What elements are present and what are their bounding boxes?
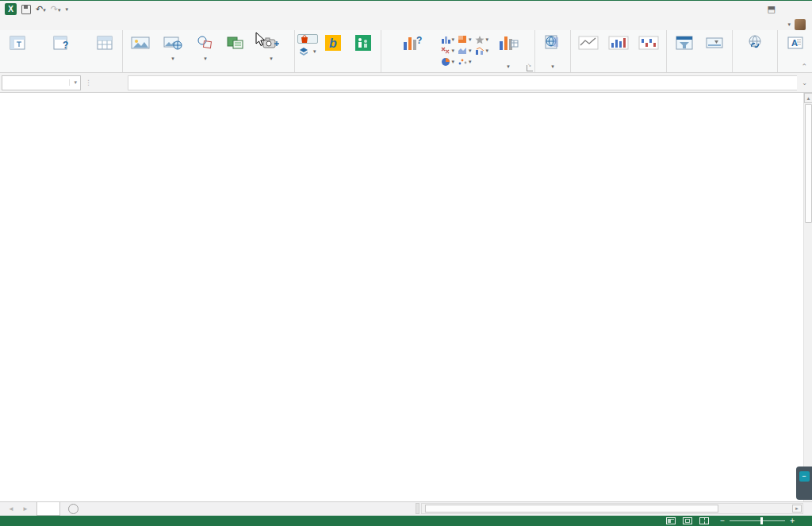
my-apps-button[interactable]: ▾: [297, 47, 318, 56]
insert-column-chart-button[interactable]: ▾: [441, 34, 455, 44]
svg-text:?: ?: [63, 40, 68, 51]
formula-bar-separator: ⋮: [81, 79, 96, 86]
svg-text:A: A: [791, 38, 798, 48]
table-button[interactable]: [90, 32, 120, 56]
page-layout-view-button[interactable]: [683, 517, 692, 524]
redo-icon[interactable]: ↷▾: [51, 3, 61, 16]
sparkline-column-icon: [608, 33, 629, 52]
text-box-icon: A: [785, 33, 806, 52]
shapes-button[interactable]: ▾: [190, 32, 220, 64]
insert-hierarchy-chart-button[interactable]: ▾: [458, 34, 472, 44]
sparkline-winloss-button[interactable]: [634, 32, 664, 56]
new-sheet-button[interactable]: [68, 504, 79, 514]
hyperlink-button[interactable]: [735, 32, 775, 56]
pivotchart-caret-icon: ▾: [507, 63, 510, 69]
pivotchart-button[interactable]: ▾: [488, 32, 528, 72]
map-button[interactable]: ▾: [538, 32, 568, 72]
name-box[interactable]: ▾: [2, 75, 81, 90]
ribbon: ? ▾ ▾: [0, 30, 812, 73]
ribbon-group-charts: ? ▾ ▾ ▾ ▾ ▾ ▾ ▾ ▾ ▾: [381, 30, 536, 72]
insert-combo-chart-button[interactable]: ▾: [475, 45, 489, 56]
people-graph-button[interactable]: [348, 32, 378, 56]
chart-type-buttons: ▾ ▾ ▾ ▾ ▾ ▾ ▾ ▾: [441, 32, 489, 67]
charts-dialog-launcher-icon[interactable]: [527, 65, 533, 71]
ribbon-group-filters: [667, 30, 733, 72]
ribbon-group-addins: ▾ b: [295, 30, 381, 72]
hyperlink-icon: [745, 33, 765, 52]
zoom-out-button[interactable]: −: [720, 516, 725, 525]
insert-pie-chart-button[interactable]: ▾: [441, 56, 455, 67]
formula-input[interactable]: [128, 75, 797, 90]
my-apps-icon: [299, 47, 308, 56]
save-icon[interactable]: [21, 5, 31, 14]
svg-text:b: b: [329, 36, 337, 50]
formula-bar-expand-icon[interactable]: ⌄: [797, 79, 812, 86]
zoom-slider-thumb[interactable]: [760, 517, 763, 524]
sheet-tab[interactable]: [36, 502, 60, 516]
normal-view-button[interactable]: [666, 517, 676, 524]
collapse-ribbon-icon[interactable]: ⌃: [801, 63, 807, 71]
sheet-prev-icon[interactable]: ◄: [8, 505, 14, 513]
pivotchart-icon: [498, 33, 519, 52]
recommended-charts-icon: ?: [402, 33, 423, 52]
screenshot-caret-icon: ▾: [270, 56, 273, 61]
smartart-button[interactable]: [220, 32, 251, 56]
sparkline-column-button[interactable]: [603, 32, 634, 56]
timeline-button[interactable]: [699, 32, 730, 56]
map-caret-icon: ▾: [551, 63, 554, 69]
ribbon-group-tours: ▾: [535, 30, 571, 72]
zoom-control: − +: [720, 516, 795, 525]
page-break-view-button[interactable]: [699, 517, 709, 524]
tab-scroll-splitter[interactable]: [416, 503, 419, 514]
horizontal-scroll-thumb[interactable]: [425, 505, 718, 513]
horizontal-scrollbar[interactable]: ►: [421, 503, 803, 514]
ribbon-tab-row: ▾: [0, 17, 812, 30]
pictures-icon: [130, 33, 151, 52]
online-pictures-caret-icon: ▾: [171, 56, 174, 61]
recommended-charts-button[interactable]: ?: [384, 32, 441, 56]
capture-widget[interactable]: −: [796, 466, 812, 500]
sparkline-line-icon: [578, 33, 599, 52]
ribbon-display-options-icon[interactable]: ⬒: [768, 4, 776, 14]
customize-qat-icon[interactable]: ▾: [65, 6, 68, 13]
vertical-scroll-thumb[interactable]: [805, 104, 812, 223]
excel-app-icon[interactable]: X: [5, 3, 17, 15]
insert-waterfall-chart-button[interactable]: ▾: [475, 34, 489, 44]
vertical-scrollbar[interactable]: ▲: [803, 93, 812, 501]
store-button[interactable]: [297, 34, 318, 44]
sparkline-line-button[interactable]: [573, 32, 603, 56]
text-box-button[interactable]: A: [780, 32, 810, 56]
zoom-in-button[interactable]: +: [790, 516, 795, 525]
pictures-button[interactable]: [125, 32, 155, 56]
insert-area-chart-button[interactable]: ▾: [458, 45, 472, 56]
name-box-caret-icon[interactable]: ▾: [69, 79, 80, 86]
sheet-next-icon[interactable]: ►: [22, 505, 29, 513]
zoom-slider[interactable]: [730, 520, 785, 521]
slicer-icon: [674, 33, 695, 52]
title-bar: X ↶▾ ↷▾ ▾ ⬒: [0, 0, 812, 17]
online-pictures-button[interactable]: ▾: [155, 32, 190, 64]
scroll-up-icon[interactable]: ▲: [804, 93, 812, 103]
online-pictures-icon: [163, 33, 183, 52]
sparkline-winloss-icon: [638, 33, 659, 52]
slicer-button[interactable]: [669, 32, 699, 56]
avatar[interactable]: [795, 19, 806, 30]
window-controls: ⬒: [758, 4, 812, 14]
table-icon: [94, 33, 115, 52]
screenshot-button[interactable]: ▾: [251, 32, 292, 64]
capture-minimize-icon[interactable]: −: [799, 471, 810, 482]
insert-scatter-chart-button[interactable]: ▾: [458, 56, 472, 67]
user-menu-caret-icon: ▾: [787, 21, 791, 28]
shapes-caret-icon: ▾: [204, 56, 207, 61]
undo-icon[interactable]: ↶▾: [36, 3, 46, 16]
insert-scatter-x-chart-button[interactable]: ▾: [441, 45, 455, 56]
pivottable-button[interactable]: [2, 32, 33, 56]
my-apps-caret-icon: ▾: [313, 48, 316, 55]
timeline-icon: [704, 33, 725, 52]
map-icon: [542, 33, 563, 52]
recommended-pivottables-button[interactable]: ?: [33, 32, 90, 56]
bing-maps-button[interactable]: b: [318, 32, 348, 56]
status-bar: − +: [0, 516, 812, 526]
user-area[interactable]: ▾: [783, 19, 812, 30]
scroll-right-icon[interactable]: ►: [792, 505, 802, 513]
